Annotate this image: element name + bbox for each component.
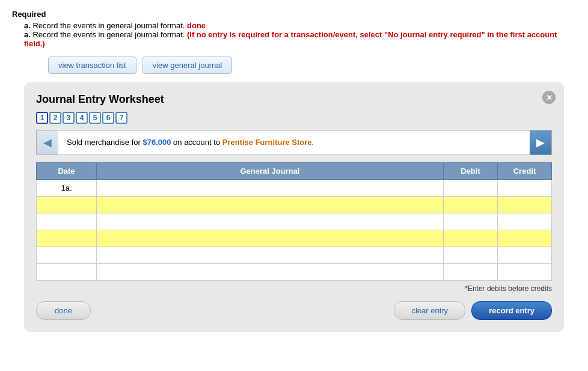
credit-cell[interactable] — [498, 230, 552, 247]
credit-input[interactable] — [500, 268, 549, 277]
credit-input[interactable] — [500, 218, 549, 226]
page-5[interactable]: 5 — [89, 112, 101, 124]
credit-input[interactable] — [500, 201, 549, 209]
journal-cell[interactable] — [97, 230, 444, 247]
credit-cell[interactable] — [498, 196, 552, 213]
table-row — [37, 196, 552, 213]
journal-entry-worksheet: ✕ Journal Entry Worksheet 1 2 3 4 5 6 7 … — [24, 82, 564, 332]
page-3[interactable]: 3 — [63, 112, 75, 124]
debit-input[interactable] — [446, 268, 495, 277]
worksheet-title: Journal Entry Worksheet — [36, 93, 552, 106]
date-cell — [37, 213, 97, 230]
debit-cell[interactable] — [444, 179, 498, 196]
journal-cell[interactable] — [97, 179, 444, 196]
date-cell: 1a. — [37, 179, 97, 196]
credit-input[interactable] — [500, 235, 549, 243]
debit-input[interactable] — [446, 235, 495, 243]
col-credit: Credit — [498, 162, 552, 179]
required-label: Required — [12, 10, 576, 19]
table-row: 1a. — [37, 179, 552, 196]
journal-cell[interactable] — [97, 213, 444, 230]
page-4[interactable]: 4 — [76, 112, 88, 124]
journal-input[interactable] — [99, 184, 441, 192]
credit-input[interactable] — [500, 184, 549, 192]
transaction-description: Sold merchandise for $76,000 on account … — [58, 130, 530, 155]
prev-transaction-button[interactable]: ◀ — [37, 130, 58, 155]
debit-cell[interactable] — [444, 263, 498, 280]
date-cell — [37, 230, 97, 247]
credit-cell[interactable] — [498, 263, 552, 280]
page-7[interactable]: 7 — [115, 112, 127, 124]
credit-cell[interactable] — [498, 179, 552, 196]
page-1[interactable]: 1 — [36, 112, 48, 124]
col-general-journal: General Journal — [97, 162, 444, 179]
journal-input[interactable] — [99, 268, 441, 277]
page-6[interactable]: 6 — [102, 112, 114, 124]
debit-cell[interactable] — [444, 230, 498, 247]
debit-input[interactable] — [446, 218, 495, 226]
bottom-button-group: done clear entry record entry — [36, 301, 552, 320]
debit-input[interactable] — [446, 184, 495, 192]
journal-input[interactable] — [99, 218, 441, 226]
instruction-text: a. Record the events in general journal … — [12, 30, 576, 48]
credit-input[interactable] — [500, 251, 549, 260]
date-cell — [37, 263, 97, 280]
journal-input[interactable] — [99, 201, 441, 209]
close-icon: ✕ — [546, 93, 553, 102]
transaction-nav: ◀ Sold merchandise for $76,000 on accoun… — [36, 130, 552, 155]
journal-cell[interactable] — [97, 263, 444, 280]
journal-input[interactable] — [99, 235, 441, 243]
debit-cell[interactable] — [444, 196, 498, 213]
debit-input[interactable] — [446, 251, 495, 260]
debit-cell[interactable] — [444, 247, 498, 263]
page-number-group: 1 2 3 4 5 6 7 — [36, 112, 552, 124]
table-row — [37, 263, 552, 280]
date-cell — [37, 247, 97, 263]
journal-input[interactable] — [99, 251, 441, 260]
record-entry-button[interactable]: record entry — [471, 301, 552, 320]
right-button-group: clear entry record entry — [394, 301, 552, 320]
top-button-group: view transaction list view general journ… — [48, 57, 576, 74]
close-button[interactable]: ✕ — [542, 91, 556, 104]
journal-table: Date General Journal Debit Credit 1a. — [36, 162, 552, 281]
table-row — [37, 247, 552, 263]
instruction-highlight: done — [187, 21, 206, 30]
col-debit: Debit — [444, 162, 498, 179]
clear-entry-button[interactable]: clear entry — [394, 301, 465, 320]
next-transaction-button[interactable]: ▶ — [530, 130, 551, 155]
date-cell — [37, 196, 97, 213]
page-2[interactable]: 2 — [49, 112, 61, 124]
journal-cell[interactable] — [97, 196, 444, 213]
table-row — [37, 230, 552, 247]
debits-note: *Enter debits before credits — [36, 284, 552, 293]
credit-cell[interactable] — [498, 247, 552, 263]
view-transaction-list-button[interactable]: view transaction list — [48, 57, 136, 74]
view-general-journal-button[interactable]: view general journal — [142, 57, 233, 74]
debit-input[interactable] — [446, 201, 495, 209]
instruction-a: a. Record the events in general journal … — [12, 21, 576, 30]
debit-cell[interactable] — [444, 213, 498, 230]
col-date: Date — [37, 162, 97, 179]
credit-cell[interactable] — [498, 213, 552, 230]
table-row — [37, 213, 552, 230]
journal-cell[interactable] — [97, 247, 444, 263]
done-button[interactable]: done — [36, 301, 91, 320]
